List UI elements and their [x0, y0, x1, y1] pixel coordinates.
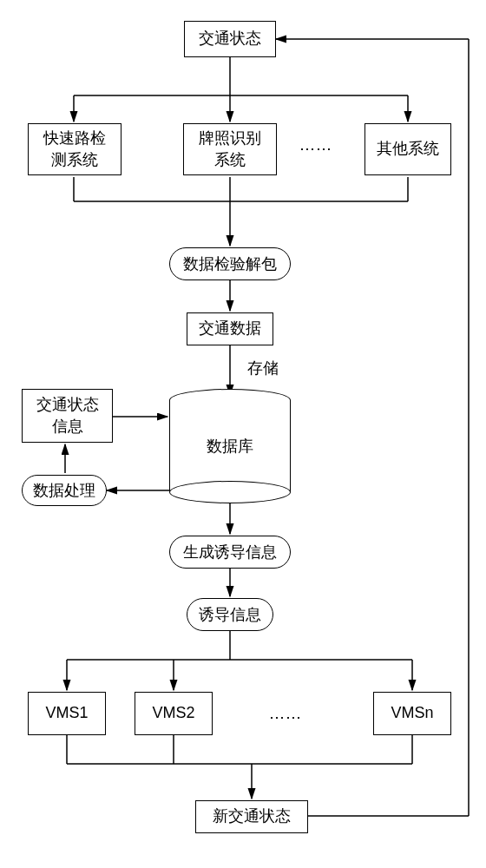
node-other-systems: 其他系统 — [364, 123, 451, 175]
node-label: 数据检验解包 — [183, 253, 277, 274]
node-vms2: VMS2 — [135, 692, 213, 735]
node-traffic-state-info: 交通状态 信息 — [22, 389, 113, 443]
node-label: 交通状态 — [199, 28, 261, 49]
node-label: 快速路检 测系统 — [43, 128, 106, 171]
node-label: 数据处理 — [33, 480, 95, 501]
node-vms1: VMS1 — [28, 692, 106, 735]
node-guidance-info: 诱导信息 — [187, 598, 273, 631]
node-traffic-state: 交通状态 — [184, 21, 276, 57]
node-database: 数据库 — [169, 389, 291, 503]
node-generate-guidance: 生成诱导信息 — [169, 536, 291, 569]
node-license-recognition: 牌照识别 系统 — [183, 123, 277, 175]
ellipsis-label: ⋯⋯ — [269, 708, 302, 726]
node-new-traffic-state: 新交通状态 — [195, 800, 308, 833]
node-label: 数据库 — [207, 436, 253, 457]
node-vmsn: VMSn — [373, 692, 451, 735]
node-label: 其他系统 — [377, 138, 439, 160]
node-label: 生成诱导信息 — [183, 542, 277, 562]
node-label: VMSn — [391, 702, 433, 724]
node-expressway-detection: 快速路检 测系统 — [28, 123, 122, 175]
ellipsis-vms: ⋯⋯ — [269, 707, 302, 727]
node-label: 诱导信息 — [199, 604, 261, 625]
node-data-processing: 数据处理 — [22, 475, 107, 506]
ellipsis-systems: ⋯⋯ — [299, 139, 332, 158]
node-label: VMS1 — [45, 702, 88, 724]
node-label: 牌照识别 系统 — [199, 128, 261, 171]
node-label: VMS2 — [152, 702, 194, 724]
node-label: 交通状态 信息 — [36, 394, 99, 437]
node-label: 交通数据 — [199, 318, 261, 339]
node-label: 新交通状态 — [213, 806, 291, 827]
label-text: 存储 — [247, 359, 279, 377]
node-traffic-data: 交通数据 — [187, 312, 273, 345]
node-data-verify-unpack: 数据检验解包 — [169, 247, 291, 280]
ellipsis-label: ⋯⋯ — [299, 140, 332, 157]
edge-label-storage: 存储 — [247, 358, 279, 378]
